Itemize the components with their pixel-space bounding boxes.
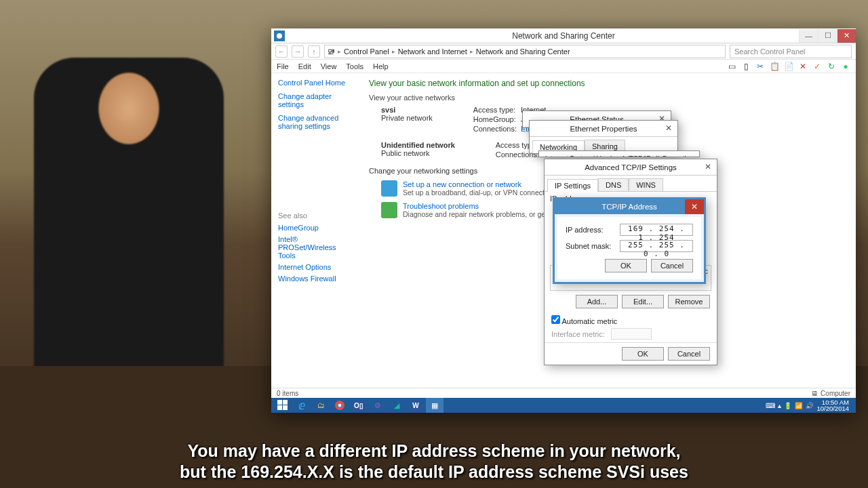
cancel-button[interactable]: Cancel — [668, 347, 710, 361]
ipv4-properties-dialog: Internet Protocol Version 4 (TCP/IPv4) P… — [538, 150, 700, 157]
ok-button[interactable]: OK — [605, 259, 647, 272]
network-name: svsi — [381, 106, 395, 114]
status-bar: 0 items 🖥 Computer — [271, 388, 856, 398]
tool-icon[interactable]: ▯ — [740, 60, 752, 73]
ip-address-label: IP address: — [566, 226, 613, 234]
back-button[interactable]: ← — [275, 45, 288, 58]
windows-desktop-screenshot: Network and Sharing Center — ☐ ✕ ← → ↑ 🖳… — [271, 28, 856, 413]
breadcrumb-icon: 🖳 — [328, 47, 335, 56]
page-heading: View your basic network information and … — [369, 79, 846, 88]
troubleshoot-link[interactable]: Troubleshoot problems — [403, 202, 479, 210]
status-items: 0 items — [277, 390, 298, 397]
dialog-title: Ethernet Properties — [570, 125, 637, 133]
add-button[interactable]: Add... — [576, 295, 618, 308]
keyboard-icon[interactable]: ⌨ — [766, 402, 775, 409]
modal-title: TCP/IP Address — [601, 203, 657, 211]
copy-icon[interactable]: 📋 — [768, 60, 781, 73]
search-input[interactable]: Search Control Panel — [730, 45, 852, 58]
chrome-icon[interactable] — [331, 398, 349, 413]
see-also-link[interactable]: Windows Firewall — [278, 274, 353, 283]
window-title: Network and Sharing Center — [271, 31, 856, 41]
svg-point-8 — [338, 404, 341, 407]
breadcrumb-item[interactable]: Control Panel — [344, 47, 389, 56]
see-also-link[interactable]: Intel® PROSet/Wireless Tools — [278, 235, 353, 260]
window-titlebar: Network and Sharing Center — ☐ ✕ — [271, 28, 856, 43]
scissors-icon[interactable]: ✂ — [754, 60, 766, 73]
taskbar: ⅇ 🗂 O▯ ⚙ ◢ W ▦ ⌨ ▴ 🔋 📶 🔊 10:50 AM 10/20/… — [271, 398, 856, 413]
volume-icon[interactable]: 🔊 — [806, 402, 814, 409]
video-subtitle: You may have a different IP address sche… — [0, 441, 868, 483]
cancel-button[interactable]: Cancel — [651, 259, 693, 272]
clock[interactable]: 10:50 AM 10/20/2014 — [816, 399, 849, 412]
menu-help[interactable]: Help — [373, 62, 389, 70]
see-also-link[interactable]: Internet Options — [278, 263, 353, 271]
label: HomeGroup: — [473, 115, 517, 123]
menu-file[interactable]: File — [277, 62, 289, 70]
app-icon[interactable]: ◢ — [388, 398, 406, 413]
svg-rect-5 — [283, 405, 288, 410]
check-icon[interactable]: ✓ — [811, 60, 823, 73]
ok-button[interactable]: OK — [622, 347, 664, 361]
tab-wins[interactable]: WINS — [629, 178, 663, 191]
up-button[interactable]: ↑ — [308, 45, 320, 58]
label: Access type: — [473, 106, 517, 114]
sidebar-link[interactable]: Change advanced sharing settings — [278, 114, 353, 130]
edit-button[interactable]: Edit... — [622, 295, 664, 308]
breadcrumb-item[interactable]: Network and Internet — [398, 47, 467, 56]
breadcrumb-item[interactable]: Network and Sharing Center — [476, 47, 570, 56]
menu-tools[interactable]: Tools — [346, 62, 363, 70]
network-icon[interactable]: 📶 — [795, 402, 803, 409]
globe-icon[interactable]: ● — [840, 60, 852, 73]
network-name: Unidentified network — [381, 141, 455, 149]
tab-dns[interactable]: DNS — [598, 178, 629, 191]
toolbar: ▭ ▯ ✂ 📋 📄 ✕ ✓ ↻ ● — [726, 60, 852, 73]
ip-address-input[interactable]: 169 . 254 . 1 . 254 — [620, 224, 693, 236]
close-icon[interactable]: ✕ — [661, 122, 676, 134]
subnet-mask-input[interactable]: 255 . 255 . 0 . 0 — [620, 240, 693, 252]
refresh-icon[interactable]: ↻ — [825, 60, 837, 73]
connection-icon — [381, 180, 397, 197]
active-app-icon[interactable]: ▦ — [426, 398, 443, 413]
word-icon[interactable]: W — [407, 398, 425, 413]
status-computer: Computer — [821, 390, 850, 397]
active-networks-label: View your active networks — [369, 94, 846, 102]
breadcrumb[interactable]: 🖳 ▸ Control Panel ▸ Network and Internet… — [324, 45, 726, 58]
troubleshoot-icon — [381, 202, 397, 218]
tab-ip-settings[interactable]: IP Settings — [547, 179, 598, 192]
forward-button[interactable]: → — [292, 45, 304, 58]
subnet-mask-label: Subnet mask: — [566, 242, 613, 250]
dialog-title: Advanced TCP/IP Settings — [585, 163, 677, 171]
paste-icon[interactable]: 📄 — [783, 60, 795, 73]
network-type: Public network — [381, 149, 455, 157]
sidebar: Control Panel Home Change adapter settin… — [271, 73, 359, 388]
interface-metric-label: Interface metric: — [551, 330, 605, 338]
close-icon[interactable]: ✕ — [701, 161, 715, 173]
ie-icon[interactable]: ⅇ — [293, 398, 311, 413]
control-panel-home-link[interactable]: Control Panel Home — [278, 79, 353, 87]
explorer-icon[interactable]: 🗂 — [312, 398, 330, 413]
app-icon[interactable]: ⚙ — [369, 398, 387, 413]
see-also: See also HomeGroup Intel® PROSet/Wireles… — [278, 211, 353, 283]
interface-metric-input — [611, 328, 652, 340]
sidebar-link[interactable]: Change adapter settings — [278, 92, 353, 108]
svg-rect-4 — [277, 405, 282, 410]
outlook-icon[interactable]: O▯ — [350, 398, 368, 413]
menu-edit[interactable]: Edit — [298, 62, 311, 70]
computer-icon: 🖥 — [811, 390, 818, 397]
tray-up-icon[interactable]: ▴ — [778, 402, 781, 409]
delete-icon[interactable]: ✕ — [797, 60, 809, 73]
menu-view[interactable]: View — [321, 62, 337, 70]
auto-metric-checkbox[interactable]: Automatic metric — [551, 317, 617, 325]
ethernet-properties-dialog: Ethernet Properties ✕ Networking Sharing — [529, 120, 678, 154]
system-tray: ⌨ ▴ 🔋 📶 🔊 10:50 AM 10/20/2014 — [766, 399, 853, 412]
tcpip-address-modal: TCP/IP Address ✕ IP address: 169 . 254 .… — [553, 197, 706, 284]
see-also-link[interactable]: HomeGroup — [278, 224, 353, 232]
tool-icon[interactable]: ▭ — [726, 60, 738, 73]
setup-connection-link[interactable]: Set up a new connection or network — [403, 180, 521, 188]
presenter-person — [34, 58, 224, 396]
close-icon[interactable]: ✕ — [685, 199, 704, 214]
start-button[interactable] — [274, 398, 292, 413]
breadcrumb-bar: ← → ↑ 🖳 ▸ Control Panel ▸ Network and In… — [271, 43, 856, 60]
battery-icon[interactable]: 🔋 — [784, 402, 792, 409]
remove-button[interactable]: Remove — [668, 295, 710, 308]
